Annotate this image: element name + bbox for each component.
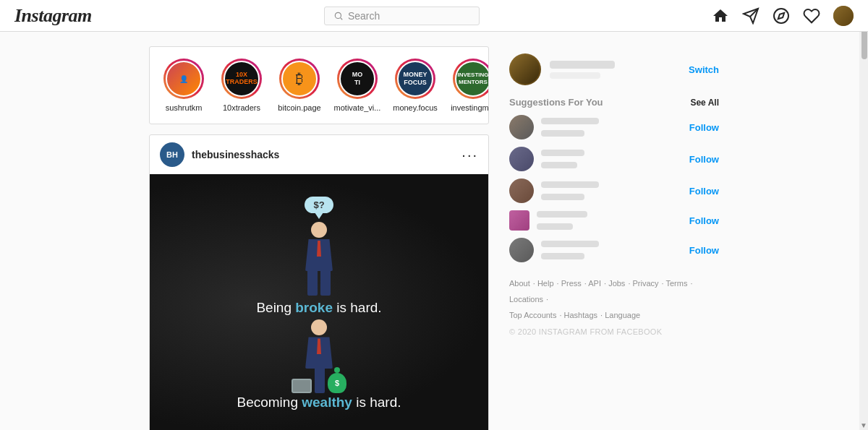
story-label: money.focus: [393, 103, 438, 112]
sidebar-avatar-image: [511, 55, 540, 84]
suggestion-type-blurred: [541, 253, 584, 259]
money-bag-knot: [334, 367, 340, 373]
post-user: BH thebusinesshacks: [160, 142, 279, 167]
figure-torso-2: [304, 337, 334, 370]
footer-link-jobs[interactable]: Jobs: [608, 279, 625, 288]
broke-text-after: is hard.: [333, 300, 382, 315]
story-item[interactable]: ₿ bitcoin.page: [276, 59, 323, 112]
suggestion-avatar[interactable]: [509, 179, 534, 203]
sidebar-account: Switch: [509, 53, 719, 85]
story-item[interactable]: 10XTRADERS 10xtraders: [218, 59, 265, 112]
post-header: BH thebusinesshacks ···: [150, 135, 488, 174]
home-icon[interactable]: [712, 7, 729, 25]
post-user-avatar[interactable]: BH: [160, 142, 184, 167]
footer-link-help[interactable]: Help: [537, 279, 554, 288]
footer-links-row-2: Top Accounts· Hashtags· Language: [509, 307, 719, 323]
suggestion-text: [541, 181, 599, 200]
suggestion-item: Follow: [509, 179, 719, 203]
header: Instagram: [0, 0, 868, 32]
suggestion-avatar[interactable]: [509, 238, 534, 262]
suggestion-left: [509, 179, 599, 203]
wealthy-text: Becoming wealthy is hard.: [237, 395, 401, 410]
suggestion-item: Follow: [509, 210, 719, 231]
suggestion-username-blurred: [537, 211, 587, 218]
story-item[interactable]: 👤 sushrutkm: [160, 59, 208, 112]
figure-torso: [304, 239, 334, 272]
scrollbar-arrow-down[interactable]: ▼: [859, 420, 868, 430]
figure-head-2: [311, 319, 327, 335]
footer-link-hashtags[interactable]: Hashtags: [564, 311, 597, 319]
figure-top-section: $?: [304, 197, 334, 296]
follow-button[interactable]: Follow: [689, 215, 719, 226]
wealthy-text-after: is hard.: [352, 395, 401, 410]
suggestion-item: Follow: [509, 238, 719, 262]
sidebar-user: [509, 53, 615, 85]
footer-link-terms[interactable]: Terms: [665, 279, 687, 288]
follow-button[interactable]: Follow: [689, 186, 719, 197]
story-item[interactable]: MONEYFOCUS money.focus: [391, 59, 439, 112]
story-avatar-ring: 👤: [163, 59, 204, 99]
footer-link-about[interactable]: About: [509, 279, 530, 288]
search-bar[interactable]: [324, 7, 480, 25]
suggestion-text: [541, 150, 584, 168]
footer-copyright: © 2020 INSTAGRAM FROM FACEBOOK: [509, 327, 719, 336]
post-more-button[interactable]: ···: [461, 147, 478, 163]
avatar-image: [833, 6, 854, 26]
footer-link-language[interactable]: Language: [605, 311, 640, 319]
instagram-logo[interactable]: Instagram: [14, 5, 92, 27]
suggestion-item: Follow: [509, 147, 719, 171]
sidebar: Switch Suggestions For You See All Follo…: [509, 46, 719, 430]
story-item[interactable]: MOTI motivate_vi...: [333, 59, 381, 112]
broke-text-highlight: broke: [295, 300, 333, 315]
suggestion-type-blurred: [537, 223, 573, 230]
suggestion-avatar[interactable]: [509, 147, 534, 171]
money-bag-body: $: [328, 373, 346, 393]
svg-point-4: [774, 9, 788, 23]
profile-avatar[interactable]: [833, 6, 854, 26]
suggestion-avatar[interactable]: [509, 210, 529, 231]
switch-button[interactable]: Switch: [689, 64, 719, 75]
footer-link-privacy[interactable]: Privacy: [633, 279, 659, 288]
post-image: $?: [150, 174, 488, 430]
figure-bottom-section: $: [292, 319, 346, 393]
direct-messages-icon[interactable]: [742, 7, 760, 25]
sidebar-avatar[interactable]: [509, 53, 541, 85]
footer-link-api[interactable]: API: [588, 279, 601, 288]
suggestion-username-blurred: [541, 150, 584, 156]
see-all-button[interactable]: See All: [690, 98, 719, 108]
post-username[interactable]: thebusinesshacks: [192, 149, 279, 160]
suggestion-left: [509, 210, 587, 231]
explore-icon[interactable]: [773, 7, 790, 25]
figure-legs-bottom: $: [292, 367, 346, 393]
leg-right-bottom: [315, 367, 325, 393]
post-content: $?: [164, 189, 474, 418]
activity-icon[interactable]: [803, 7, 820, 25]
footer-link-top-accounts[interactable]: Top Accounts: [509, 311, 556, 319]
sidebar-user-info: [550, 61, 615, 79]
story-item[interactable]: INVESTINGMENTORS investingm...: [449, 59, 488, 112]
story-avatar-image: ₿: [281, 61, 318, 97]
figure-legs-top: [307, 270, 331, 296]
stories-scroll: 👤 sushrutkm 10XTRADERS 10xtraders ₿ bitc…: [150, 59, 488, 112]
story-avatar-ring: MOTI: [337, 59, 378, 99]
header-nav-icons: [712, 6, 854, 26]
footer-link-locations[interactable]: Locations: [509, 295, 543, 304]
suggestion-avatar[interactable]: [509, 115, 534, 139]
follow-button[interactable]: Follow: [689, 154, 719, 165]
follow-button[interactable]: Follow: [689, 122, 719, 133]
story-label: sushrutkm: [166, 103, 203, 112]
suggestion-type-blurred: [541, 130, 584, 137]
footer-link-press[interactable]: Press: [561, 279, 582, 288]
suggestions-title: Suggestions For You: [509, 97, 603, 108]
search-input[interactable]: [348, 10, 470, 22]
footer-links-row: About· Help· Press· API· Jobs· Privacy· …: [509, 275, 719, 307]
story-avatar-ring: 10XTRADERS: [221, 59, 262, 99]
search-icon: [333, 11, 344, 21]
follow-button[interactable]: Follow: [689, 245, 719, 256]
scrollbar-track: ▲ ▼: [859, 0, 868, 430]
speech-bubble-tail: [315, 212, 323, 219]
suggestion-username-blurred: [541, 118, 599, 124]
figure-leg-left: [307, 270, 318, 296]
svg-marker-5: [778, 12, 784, 18]
story-avatar-image: MOTI: [339, 61, 375, 97]
